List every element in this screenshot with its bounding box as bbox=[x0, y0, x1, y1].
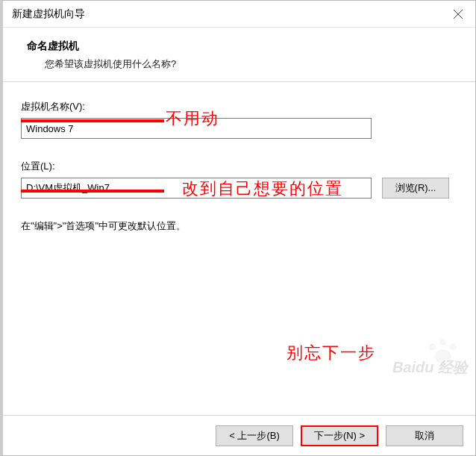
annotation-text-2: 改到自己想要的位置 bbox=[182, 178, 343, 200]
annotation-text-1: 不用动 bbox=[166, 107, 219, 130]
wizard-footer: < 上一步(B) 下一步(N) > 取消 bbox=[3, 415, 475, 455]
vm-name-label: 虚拟机名称(V): bbox=[21, 100, 457, 113]
default-location-hint: 在"编辑">"首选项"中可更改默认位置。 bbox=[21, 219, 457, 233]
header-subtitle: 命名虚拟机 bbox=[27, 40, 459, 53]
watermark-text: Baidu 经验 bbox=[392, 357, 468, 378]
wizard-body: 虚拟机名称(V): 位置(L): 浏览(R)... 在"编辑">"首选项"中可更… bbox=[3, 82, 475, 415]
browse-button[interactable]: 浏览(R)... bbox=[382, 178, 449, 199]
window-title: 新建虚拟机向导 bbox=[12, 7, 85, 21]
header-description: 您希望该虚拟机使用什么名称? bbox=[45, 57, 459, 71]
cancel-button[interactable]: 取消 bbox=[386, 425, 463, 446]
vm-location-label: 位置(L): bbox=[21, 160, 457, 173]
titlebar: 新建虚拟机向导 bbox=[3, 1, 475, 28]
back-button[interactable]: < 上一步(B) bbox=[216, 425, 293, 446]
annotation-text-3: 别忘下一步 bbox=[286, 342, 376, 364]
next-button[interactable]: 下一步(N) > bbox=[301, 425, 378, 446]
annotation-underline-1 bbox=[21, 119, 164, 122]
close-button[interactable] bbox=[441, 1, 475, 28]
wizard-dialog: 新建虚拟机向导 命名虚拟机 您希望该虚拟机使用什么名称? 虚拟机名称(V): 位… bbox=[0, 0, 476, 456]
close-icon bbox=[454, 10, 463, 19]
watermark-paw-icon bbox=[426, 339, 460, 369]
annotation-underline-2 bbox=[21, 190, 164, 193]
wizard-header: 命名虚拟机 您希望该虚拟机使用什么名称? bbox=[3, 28, 475, 82]
